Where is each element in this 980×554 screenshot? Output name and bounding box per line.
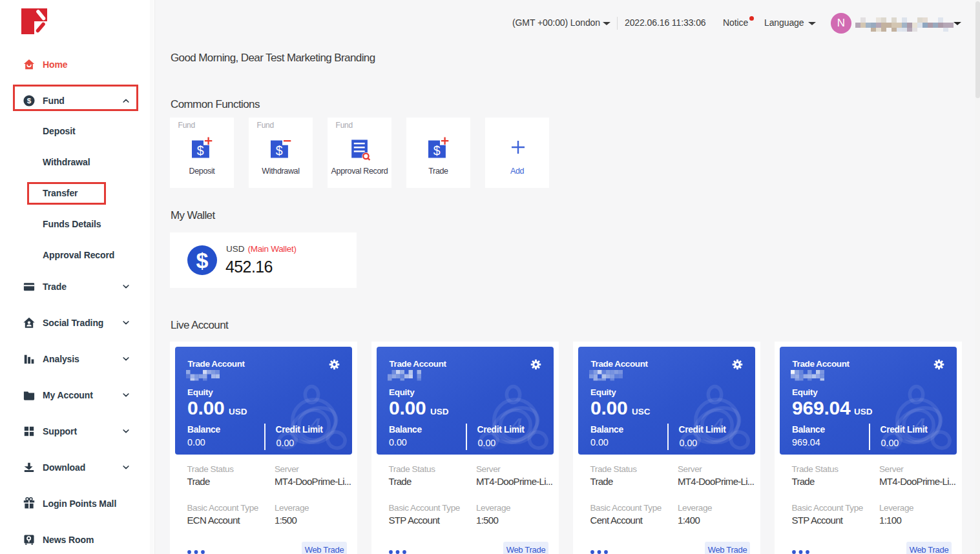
svg-text:$: $ bbox=[276, 143, 283, 158]
svg-text:$: $ bbox=[197, 143, 204, 158]
svg-text:$: $ bbox=[433, 143, 441, 158]
